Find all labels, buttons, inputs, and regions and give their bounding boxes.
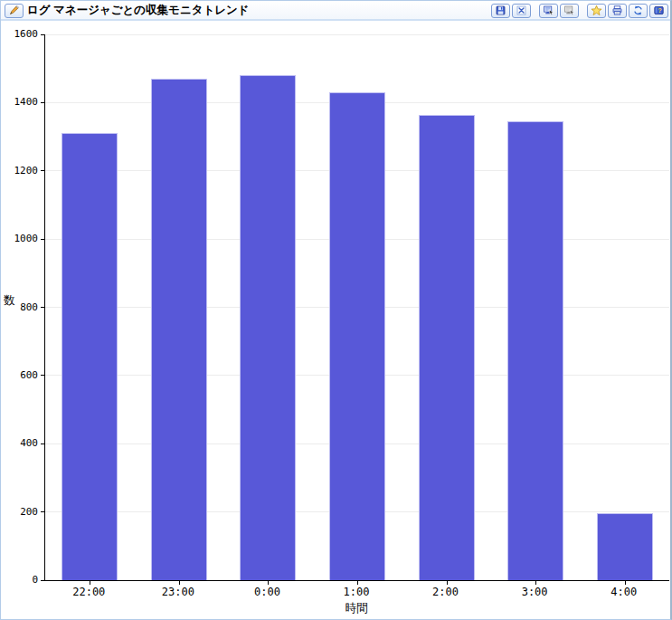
x-tick-mark <box>179 581 180 585</box>
trend-chart-window: ログ マネージャごとの収集モニタトレンド <box>0 0 672 620</box>
y-tick-mark <box>41 580 44 581</box>
y-tick-mark <box>41 511 44 512</box>
close-icon <box>516 5 527 16</box>
y-tick-label: 1400 <box>1 96 40 109</box>
show-monitor-disabled-button[interactable] <box>560 4 579 18</box>
y-tick-mark <box>41 170 44 171</box>
y-tick-mark <box>41 102 44 103</box>
x-labels: 22:0023:000:001:002:003:004:00 <box>44 586 668 599</box>
x-axis-title: 時間 <box>44 601 668 616</box>
close-button[interactable] <box>512 4 531 18</box>
x-tick-label: 4:00 <box>579 586 668 598</box>
refresh-icon <box>632 5 644 16</box>
y-ticks: 02004006008001000120014001600 <box>1 34 40 580</box>
gridline <box>45 34 669 35</box>
toolbar: ? <box>489 4 668 18</box>
y-tick-label: 1600 <box>1 28 40 41</box>
pencil-icon <box>8 5 20 16</box>
x-tick-label: 23:00 <box>134 586 223 598</box>
y-tick-mark <box>41 444 44 444</box>
x-tick-label: 2:00 <box>401 586 490 598</box>
y-tick-label: 200 <box>1 506 40 519</box>
star-icon <box>591 5 602 16</box>
printer-icon <box>611 5 623 16</box>
edit-button[interactable] <box>5 4 24 18</box>
monitor-arrow-icon <box>543 5 554 16</box>
y-tick-label: 1200 <box>1 165 40 177</box>
bar-1:00 <box>329 92 385 580</box>
window-title: ログ マネージャごとの収集モニタトレンド <box>27 3 250 18</box>
help-book-icon: ? <box>653 5 665 16</box>
x-tick-mark <box>268 581 269 585</box>
x-tick-mark <box>90 581 90 585</box>
favorite-button[interactable] <box>587 4 606 18</box>
floppy-icon <box>495 5 506 16</box>
bar-23:00 <box>151 79 207 580</box>
bar-0:00 <box>240 75 296 580</box>
show-monitor-button[interactable] <box>539 4 558 18</box>
bar-4:00 <box>597 513 653 580</box>
print-button[interactable] <box>608 4 627 18</box>
x-tick-label: 0:00 <box>222 586 312 598</box>
y-tick-label: 600 <box>1 369 40 382</box>
help-button[interactable]: ? <box>649 4 668 18</box>
plot-area <box>44 34 669 581</box>
y-tick-mark <box>41 34 44 35</box>
save-button[interactable] <box>491 4 510 18</box>
refresh-button[interactable] <box>629 4 648 18</box>
y-tick-label: 1000 <box>1 233 40 245</box>
monitor-arrow-gray-icon <box>563 5 575 16</box>
bar-2:00 <box>419 115 475 580</box>
x-tick-label: 22:00 <box>44 586 134 598</box>
x-tick-label: 1:00 <box>312 586 402 598</box>
svg-text:?: ? <box>658 7 662 14</box>
bar-22:00 <box>62 133 118 580</box>
x-tick-mark <box>625 581 626 585</box>
y-tick-label: 800 <box>1 301 40 314</box>
y-tick-label: 400 <box>1 437 40 450</box>
y-tick-mark <box>41 375 44 376</box>
x-tick-mark <box>447 581 448 585</box>
x-tick-mark <box>357 581 358 585</box>
x-tick-label: 3:00 <box>490 586 580 598</box>
x-tick-mark <box>535 581 536 585</box>
y-tick-label: 0 <box>1 574 40 587</box>
y-tick-mark <box>41 307 44 308</box>
y-tick-mark <box>41 239 44 240</box>
title-bar: ログ マネージャごとの収集モニタトレンド <box>1 1 670 21</box>
bar-3:00 <box>507 121 563 580</box>
